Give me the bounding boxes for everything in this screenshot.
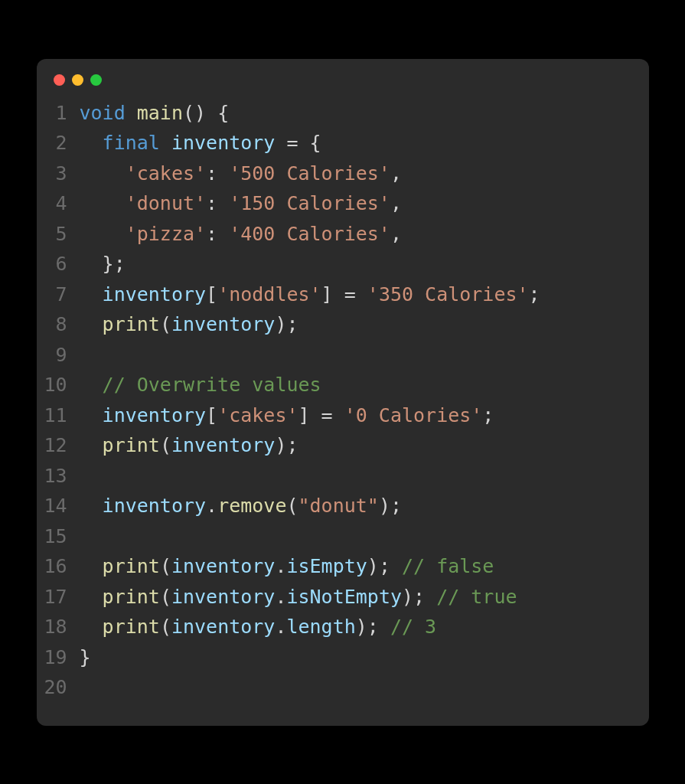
token-punct <box>80 555 103 577</box>
token-punct: ( <box>160 616 171 638</box>
token-comment: // true <box>436 586 517 608</box>
code-line: 13 <box>37 461 649 492</box>
token-ident: inventory <box>171 555 275 577</box>
line-number: 12 <box>37 430 80 461</box>
code-content <box>80 340 91 371</box>
token-str: "donut" <box>298 495 379 517</box>
code-content: } <box>80 642 91 673</box>
token-punct <box>80 404 103 426</box>
token-punct: ] = <box>298 404 344 426</box>
token-punct <box>80 495 103 517</box>
token-punct: = { <box>275 132 321 154</box>
code-line: 5 'pizza': '400 Calories', <box>37 219 649 250</box>
token-fn-call: print <box>103 313 160 335</box>
token-punct <box>80 313 103 335</box>
token-punct: ; <box>482 404 494 426</box>
token-punct <box>80 223 126 245</box>
token-punct: ] = <box>321 283 367 305</box>
token-str: '350 Calories' <box>367 283 529 305</box>
code-line: 17 print(inventory.isNotEmpty); // true <box>37 582 649 612</box>
token-punct: [ <box>206 283 217 305</box>
code-content <box>80 461 91 492</box>
code-editor[interactable]: 1void main() {2 final inventory = {3 'ca… <box>37 93 649 726</box>
token-punct: ); <box>275 313 298 335</box>
code-line: 20 <box>37 672 649 703</box>
token-ident: inventory <box>103 283 206 305</box>
token-str: '0 Calories' <box>344 404 483 426</box>
line-number: 11 <box>37 400 80 431</box>
token-punct: . <box>275 555 286 577</box>
line-number: 10 <box>37 370 80 400</box>
line-number: 7 <box>37 279 80 310</box>
line-number: 17 <box>37 582 80 612</box>
code-line: 12 print(inventory); <box>37 430 649 461</box>
token-fn-name: main <box>137 102 183 124</box>
code-line: 8 print(inventory); <box>37 309 649 340</box>
token-str: 'cakes' <box>126 162 206 185</box>
token-punct: ); <box>275 434 298 456</box>
token-str: '400 Calories' <box>229 223 390 245</box>
line-number: 9 <box>37 340 80 371</box>
code-line: 16 print(inventory.isEmpty); // false <box>37 551 649 582</box>
token-punct: ( <box>286 495 298 517</box>
token-prop: isEmpty <box>286 555 367 577</box>
token-ident: inventory <box>171 313 275 335</box>
token-prop: length <box>286 616 355 638</box>
token-fn-call: print <box>103 616 160 638</box>
token-punct: : <box>206 192 229 214</box>
token-punct: ); <box>356 616 390 638</box>
code-line: 19} <box>37 642 649 673</box>
token-punct: . <box>275 586 286 608</box>
token-punct: . <box>206 495 217 517</box>
token-ident: inventory <box>171 132 275 154</box>
code-line: 2 final inventory = { <box>37 128 649 158</box>
token-punct: }; <box>80 253 126 275</box>
token-ident: inventory <box>171 434 275 456</box>
code-content: print(inventory); <box>80 430 298 461</box>
token-punct <box>80 586 103 608</box>
token-punct: : <box>206 162 229 185</box>
minimize-icon[interactable] <box>72 74 83 86</box>
token-fn-call: remove <box>217 495 286 517</box>
token-punct <box>80 283 103 305</box>
token-punct: ); <box>402 586 436 608</box>
token-punct: ; <box>529 283 540 305</box>
token-punct <box>80 374 103 396</box>
token-punct: ( <box>160 555 171 577</box>
code-content <box>80 521 91 552</box>
token-punct: : <box>206 223 229 245</box>
token-punct <box>80 616 103 638</box>
token-punct: ); <box>379 495 402 517</box>
token-ident: inventory <box>171 616 275 638</box>
line-number: 1 <box>37 98 80 129</box>
code-line: 9 <box>37 340 649 371</box>
maximize-icon[interactable] <box>90 74 102 86</box>
code-content: inventory['noddles'] = '350 Calories'; <box>80 279 540 310</box>
token-fn-call: print <box>103 586 160 608</box>
token-punct: , <box>390 192 402 214</box>
token-ident: inventory <box>103 495 206 517</box>
token-ident: inventory <box>171 586 275 608</box>
code-content: void main() { <box>80 98 230 129</box>
token-str: 'pizza' <box>126 223 206 245</box>
token-fn-call: print <box>103 555 160 577</box>
code-content: inventory['cakes'] = '0 Calories'; <box>80 400 494 431</box>
code-line: 7 inventory['noddles'] = '350 Calories'; <box>37 279 649 310</box>
line-number: 16 <box>37 551 80 582</box>
close-icon[interactable] <box>54 74 65 86</box>
line-number: 15 <box>37 521 80 552</box>
token-comment: // false <box>402 555 494 577</box>
token-punct: , <box>390 162 402 185</box>
code-content: print(inventory); <box>80 309 298 340</box>
code-line: 3 'cakes': '500 Calories', <box>37 158 649 189</box>
line-number: 3 <box>37 158 80 189</box>
line-number: 13 <box>37 461 80 492</box>
token-str: 'cakes' <box>217 404 298 426</box>
line-number: 8 <box>37 309 80 340</box>
code-line: 11 inventory['cakes'] = '0 Calories'; <box>37 400 649 431</box>
token-comment: // Overwrite values <box>103 374 321 396</box>
token-str: 'noddles' <box>217 283 321 305</box>
token-punct <box>80 192 126 214</box>
code-content: }; <box>80 249 126 279</box>
code-content: print(inventory.length); // 3 <box>80 612 437 642</box>
